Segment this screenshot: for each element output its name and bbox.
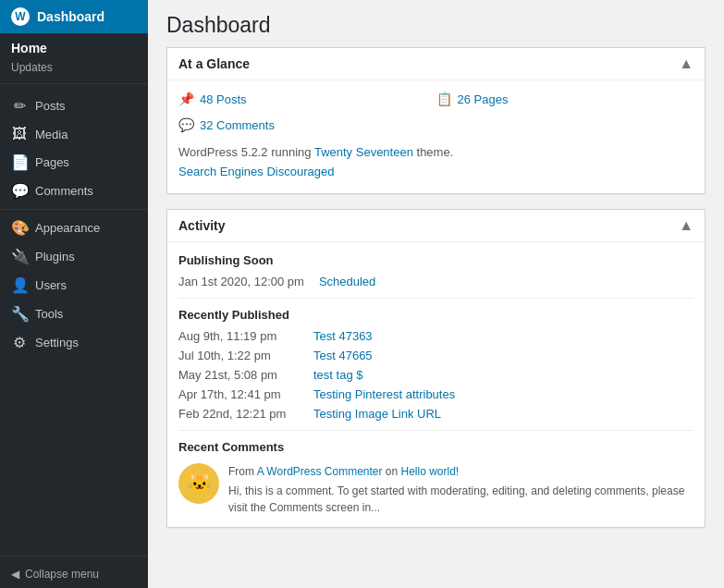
- glance-meta: WordPress 5.2.2 running Twenty Seventeen…: [178, 143, 693, 182]
- pub-date-1: Jul 10th, 1:22 pm: [178, 349, 299, 362]
- sidebar-item-pages[interactable]: 📄 Pages: [0, 148, 148, 177]
- sidebar-divider-1: [0, 83, 148, 84]
- comment-content: From A WordPress Commenter on Hello worl…: [228, 463, 693, 516]
- pages-icon: 📄: [11, 153, 28, 171]
- sidebar-item-plugins[interactable]: 🔌 Plugins: [0, 242, 148, 271]
- published-item-4: Feb 22nd, 12:21 pm Testing Image Link UR…: [178, 407, 693, 421]
- posts-stat: 📌 48 Posts: [178, 92, 436, 106]
- sidebar-item-tools[interactable]: 🔧 Tools: [0, 300, 148, 328]
- comment-from: From A WordPress Commenter on Hello worl…: [228, 463, 693, 480]
- at-a-glance-widget: At a Glance ▲ 📌 48 Posts 📋 26 Pages 💬 32…: [166, 47, 706, 194]
- sidebar-item-label: Posts: [35, 99, 66, 113]
- pub-link-3[interactable]: Testing Pinterest attributes: [313, 387, 455, 401]
- settings-icon: ⚙: [11, 334, 28, 351]
- users-icon: 👤: [11, 276, 28, 294]
- sidebar-header-title: Dashboard: [37, 9, 104, 24]
- collapse-menu-label: Collapse menu: [25, 568, 99, 581]
- recently-published-title: Recently Published: [178, 308, 693, 322]
- theme-link[interactable]: Twenty Seventeen: [314, 145, 413, 159]
- page-title: Dashboard: [166, 13, 706, 38]
- activity-body: Publishing Soon Jan 1st 2020, 12:00 pm S…: [167, 242, 705, 527]
- media-icon: 🖼: [11, 126, 28, 142]
- sidebar-item-users[interactable]: 👤 Users: [0, 271, 148, 300]
- published-item-1: Jul 10th, 1:22 pm Test 47665: [178, 349, 693, 362]
- pub-date-2: May 21st, 5:08 pm: [178, 368, 299, 382]
- sidebar-item-appearance[interactable]: 🎨 Appearance: [0, 214, 148, 242]
- collapse-menu-button[interactable]: ◀ Collapse menu: [0, 560, 148, 588]
- pages-stat: 📋 26 Pages: [436, 92, 694, 106]
- sidebar-item-label: Comments: [35, 184, 93, 198]
- comments-stat-icon: 💬: [178, 117, 194, 132]
- pub-date-0: Aug 9th, 11:19 pm: [178, 329, 299, 343]
- sidebar-item-label: Pages: [35, 155, 69, 169]
- activity-toggle[interactable]: ▲: [679, 217, 693, 234]
- published-item-2: May 21st, 5:08 pm test tag $: [178, 368, 693, 382]
- posts-stat-link[interactable]: 48 Posts: [200, 92, 247, 106]
- sidebar-item-label: Tools: [35, 307, 63, 321]
- pub-link-2[interactable]: test tag $: [313, 368, 362, 382]
- sidebar-item-label: Appearance: [35, 221, 100, 235]
- at-a-glance-body: 📌 48 Posts 📋 26 Pages 💬 32 Comments Word…: [167, 80, 705, 193]
- scheduled-date: Jan 1st 2020, 12:00 pm: [178, 275, 304, 288]
- comments-stat: 💬 32 Comments: [178, 117, 436, 132]
- sidebar-item-label: Media: [35, 128, 67, 141]
- sidebar: W Dashboard Home Updates ✏ Posts 🖼 Media…: [0, 0, 148, 588]
- sidebar-item-posts[interactable]: ✏ Posts: [0, 92, 148, 120]
- tools-icon: 🔧: [11, 305, 28, 323]
- activity-header: Activity ▲: [167, 210, 705, 242]
- pages-stat-link[interactable]: 26 Pages: [458, 92, 509, 106]
- activity-divider-1: [178, 298, 693, 299]
- sidebar-item-comments[interactable]: 💬 Comments: [0, 177, 148, 205]
- pub-date-3: Apr 17th, 12:41 pm: [178, 387, 299, 401]
- wp-info-text: WordPress 5.2.2 running: [178, 145, 314, 159]
- plugins-icon: 🔌: [11, 248, 28, 265]
- sidebar-divider-2: [0, 209, 148, 210]
- recent-comments-title: Recent Comments: [178, 440, 693, 454]
- comments-icon: 💬: [11, 182, 28, 200]
- pub-date-4: Feb 22nd, 12:21 pm: [178, 407, 299, 421]
- collapse-arrow-icon: ◀: [11, 568, 19, 581]
- sidebar-item-label: Users: [35, 278, 67, 292]
- comment-on-text: on: [383, 465, 401, 478]
- sidebar-item-label: Plugins: [35, 250, 75, 263]
- posts-icon: ✏: [11, 97, 28, 115]
- sidebar-updates-link[interactable]: Updates: [11, 59, 137, 76]
- page-header: Dashboard: [148, 0, 724, 47]
- sidebar-item-media[interactable]: 🖼 Media: [0, 120, 148, 148]
- pub-link-0[interactable]: Test 47363: [313, 329, 373, 343]
- sidebar-home-title[interactable]: Home: [11, 41, 137, 55]
- pub-link-1[interactable]: Test 47665: [313, 349, 373, 362]
- comment-item-0: 🐱 From A WordPress Commenter on Hello wo…: [178, 463, 693, 516]
- glance-stats: 📌 48 Posts 📋 26 Pages 💬 32 Comments: [178, 92, 693, 136]
- sidebar-divider-3: [0, 556, 148, 557]
- published-item-3: Apr 17th, 12:41 pm Testing Pinterest att…: [178, 387, 693, 401]
- at-a-glance-header: At a Glance ▲: [167, 48, 705, 80]
- sidebar-item-settings[interactable]: ⚙ Settings: [0, 328, 148, 357]
- comment-post-link[interactable]: Hello world!: [401, 465, 460, 478]
- activity-widget: Activity ▲ Publishing Soon Jan 1st 2020,…: [166, 209, 706, 528]
- scheduled-item: Jan 1st 2020, 12:00 pm Scheduled: [178, 275, 693, 288]
- activity-title: Activity: [178, 218, 226, 233]
- sidebar-nav: ✏ Posts 🖼 Media 📄 Pages 💬 Comments 🎨 App…: [0, 88, 148, 361]
- appearance-icon: 🎨: [11, 219, 28, 237]
- comment-body: Hi, this is a comment. To get started wi…: [228, 483, 693, 516]
- published-item-0: Aug 9th, 11:19 pm Test 47363: [178, 329, 693, 343]
- commenter-link[interactable]: A WordPress Commenter: [257, 465, 383, 478]
- comment-from-prefix: From: [228, 465, 257, 478]
- scheduled-status[interactable]: Scheduled: [319, 275, 375, 288]
- main-content: Dashboard At a Glance ▲ 📌 48 Posts 📋 26 …: [148, 0, 724, 588]
- comments-stat-link[interactable]: 32 Comments: [200, 118, 275, 132]
- sidebar-header[interactable]: W Dashboard: [0, 0, 148, 33]
- at-a-glance-toggle[interactable]: ▲: [679, 55, 693, 72]
- publishing-soon-title: Publishing Soon: [178, 253, 693, 267]
- search-engines-link[interactable]: Search Engines Discouraged: [178, 165, 334, 178]
- commenter-avatar: 🐱: [178, 463, 219, 504]
- sidebar-home-section: Home Updates: [0, 33, 148, 80]
- theme-suffix: theme.: [413, 145, 453, 159]
- at-a-glance-title: At a Glance: [178, 56, 250, 71]
- activity-divider-2: [178, 430, 693, 431]
- wp-logo-icon: W: [11, 7, 30, 26]
- pub-link-4[interactable]: Testing Image Link URL: [313, 407, 441, 421]
- pages-stat-icon: 📋: [436, 92, 452, 106]
- sidebar-item-label: Settings: [35, 336, 79, 349]
